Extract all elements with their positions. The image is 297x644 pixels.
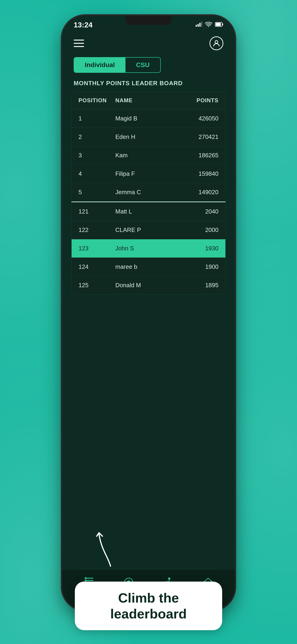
profile-button[interactable] xyxy=(210,36,223,50)
cell-points: 186265 xyxy=(172,152,218,159)
cell-name: Magid B xyxy=(115,115,172,122)
toggle-group: Individual CSU xyxy=(74,57,161,73)
svg-rect-3 xyxy=(201,22,202,27)
cell-position: 3 xyxy=(78,152,115,159)
table-row[interactable]: 123 John S 1930 xyxy=(72,239,226,258)
table-row[interactable]: 125 Donald M 1895 xyxy=(72,276,226,294)
phone-screen: 13:24 xyxy=(62,16,235,610)
cell-points: 2000 xyxy=(172,226,218,234)
svg-rect-7 xyxy=(216,23,221,26)
cell-points: 149020 xyxy=(172,189,218,196)
caption-line1: Climb the leaderboard xyxy=(93,590,204,622)
bottom-caption: Climb the leaderboard xyxy=(75,582,222,630)
table-row[interactable]: 1 Magid B 426050 xyxy=(72,110,226,128)
points-header: POINTS xyxy=(172,97,218,104)
cell-points: 1900 xyxy=(172,263,218,270)
cell-position: 125 xyxy=(78,282,115,289)
cell-position: 5 xyxy=(78,189,115,196)
name-header: NAME xyxy=(115,97,172,104)
cell-name: Eden H xyxy=(115,133,172,140)
cell-position: 121 xyxy=(78,208,115,215)
cell-points: 1930 xyxy=(172,245,218,252)
cell-position: 122 xyxy=(78,226,115,234)
cell-name: Jemma C xyxy=(115,189,172,196)
view-toggle: Individual CSU xyxy=(62,57,235,73)
arrow-annotation xyxy=(90,522,120,568)
header xyxy=(62,32,235,55)
cell-points: 426050 xyxy=(172,115,218,122)
svg-point-4 xyxy=(208,26,209,27)
cell-position: 124 xyxy=(78,263,115,270)
table-row[interactable]: 122 CLARE P 2000 xyxy=(72,221,226,239)
cell-name: Filipa F xyxy=(115,170,172,177)
cell-points: 159840 xyxy=(172,170,218,177)
top-leaderboard-table: POSITION NAME POINTS 1 Magid B 426050 2 … xyxy=(71,92,226,202)
table-row[interactable]: 121 Matt L 2040 xyxy=(72,202,226,221)
table-header: POSITION NAME POINTS xyxy=(72,92,226,110)
svg-rect-6 xyxy=(222,24,223,25)
svg-point-15 xyxy=(168,578,170,580)
status-icons xyxy=(196,22,223,28)
cell-position: 1 xyxy=(78,115,115,122)
cell-points: 270421 xyxy=(172,133,218,140)
cell-name: Matt L xyxy=(115,208,172,215)
svg-rect-1 xyxy=(198,24,199,27)
menu-button[interactable] xyxy=(74,38,88,49)
position-header: POSITION xyxy=(78,97,115,104)
svg-rect-2 xyxy=(200,23,200,27)
cell-name: Donald M xyxy=(115,282,172,289)
cell-position: 4 xyxy=(78,170,115,177)
cell-name: CLARE P xyxy=(115,226,172,234)
section-title: MONTHLY POINTS LEADER BOARD xyxy=(62,78,235,92)
table-row[interactable]: 3 Kam 186265 xyxy=(72,146,226,165)
table-row[interactable]: 2 Eden H 270421 xyxy=(72,128,226,146)
battery-icon xyxy=(215,22,223,28)
table-row[interactable]: 5 Jemma C 149020 xyxy=(72,183,226,201)
signal-icon xyxy=(196,22,202,28)
individual-tab[interactable]: Individual xyxy=(74,58,126,72)
lower-leaderboard-table: 121 Matt L 2040 122 CLARE P 2000 123 Joh… xyxy=(71,202,226,294)
cell-name: Kam xyxy=(115,152,172,159)
cell-position: 123 xyxy=(78,245,115,252)
profile-icon xyxy=(212,39,220,48)
svg-rect-0 xyxy=(196,25,197,27)
svg-point-8 xyxy=(215,40,218,43)
cell-points: 2040 xyxy=(172,208,218,215)
cell-position: 2 xyxy=(78,133,115,140)
table-row[interactable]: 124 maree b 1900 xyxy=(72,258,226,276)
notch xyxy=(126,16,172,25)
cell-points: 1895 xyxy=(172,282,218,289)
wifi-icon xyxy=(205,22,212,28)
phone-frame: 13:24 xyxy=(62,16,235,610)
cell-name: John S xyxy=(115,245,172,252)
cell-name: maree b xyxy=(115,263,172,270)
status-time: 13:24 xyxy=(74,21,92,29)
csu-tab[interactable]: CSU xyxy=(126,58,160,72)
table-row[interactable]: 4 Filipa F 159840 xyxy=(72,165,226,183)
